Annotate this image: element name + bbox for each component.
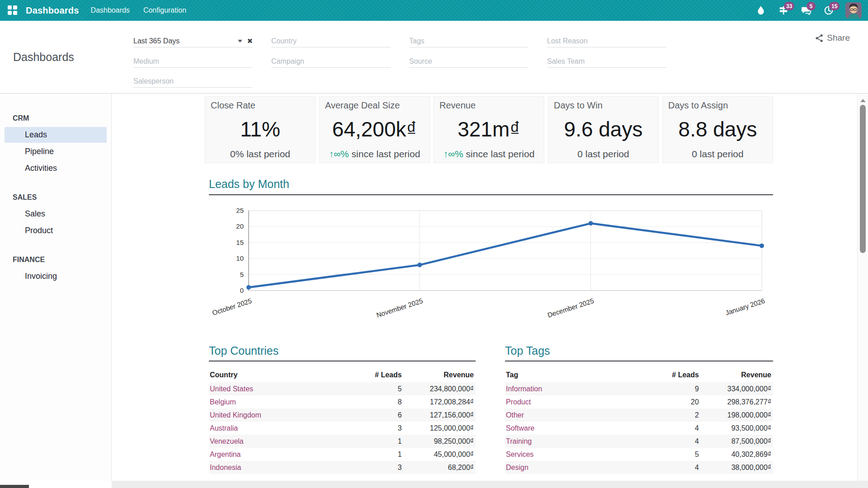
- kpi-subtitle: 0 last period: [668, 149, 767, 160]
- control-panel: Dashboards Last 365 Days ✖: [0, 21, 868, 94]
- sidebar-item-pipeline[interactable]: Pipeline: [5, 144, 107, 160]
- row-label-link[interactable]: Product: [505, 395, 652, 408]
- top-tags-table: Tag # Leads Revenue Information9334,000,…: [505, 369, 773, 474]
- vertical-scrollbar-thumb[interactable]: [860, 105, 866, 253]
- dashboard-page: Dashboards Dashboards Configuration 33 5…: [0, 0, 868, 488]
- kpi-title: Days to Assign: [668, 100, 767, 111]
- kpi-title: Revenue: [439, 100, 538, 111]
- page-title: Dashboards: [13, 51, 74, 64]
- caret-down-icon[interactable]: [238, 40, 242, 42]
- row-value: 125,000,000₫: [404, 422, 476, 435]
- row-label-link[interactable]: United Kingdom: [209, 408, 356, 422]
- country-filter: [271, 35, 391, 47]
- kpi-sub-text: 0% last period: [230, 149, 290, 159]
- activity-clock-icon[interactable]: 15: [823, 5, 835, 16]
- kpi-subtitle: 0 last period: [554, 149, 653, 160]
- menu-configuration[interactable]: Configuration: [143, 6, 186, 14]
- row-label-link[interactable]: Australia: [209, 422, 356, 435]
- clear-filter-icon[interactable]: ✖: [247, 37, 253, 45]
- horizontal-scrollbar-track[interactable]: [112, 481, 868, 488]
- date-filter-value[interactable]: Last 365 Days: [133, 37, 238, 45]
- row-label-link[interactable]: Venezuela: [209, 435, 356, 448]
- row-label-link[interactable]: Belgium: [209, 395, 356, 408]
- table-row: Other2198,000,000₫: [505, 408, 773, 422]
- table-header-row: Country # Leads Revenue: [209, 369, 476, 382]
- message-board-icon[interactable]: 33: [778, 5, 789, 16]
- table-row: Software493,500,000₫: [505, 422, 773, 435]
- row-label-link[interactable]: Information: [505, 382, 652, 395]
- kpi-days-to-win: Days to Win 9.6 days 0 last period: [548, 96, 659, 163]
- kpi-value: 8.8 days: [668, 117, 767, 141]
- share-icon: [815, 34, 824, 42]
- row-label-link[interactable]: Design: [505, 461, 652, 474]
- kpi-average-deal-size: Average Deal Size 64,200k₫ ↑∞% since las…: [319, 96, 430, 163]
- sidebar-item-invoicing[interactable]: Invoicing: [5, 268, 107, 284]
- droplet-icon[interactable]: [755, 5, 767, 16]
- table-row: Services540,302,869₫: [505, 448, 773, 461]
- sidebar-item-product[interactable]: Product: [5, 223, 107, 239]
- row-label-link[interactable]: Software: [505, 422, 652, 435]
- row-label-link[interactable]: Services: [505, 448, 652, 461]
- user-avatar[interactable]: [845, 2, 862, 19]
- source-filter: [409, 56, 528, 68]
- horizontal-scrollbar-thumb[interactable]: [0, 485, 29, 488]
- svg-text:October 2025: October 2025: [211, 297, 253, 317]
- top-countries-title: Top Countries: [209, 344, 476, 361]
- campaign-filter: [271, 56, 391, 68]
- date-filter-facet[interactable]: Last 365 Days ✖: [133, 35, 253, 47]
- sidebar-section-sales: SALES Sales Product: [0, 190, 111, 239]
- svg-text:0: 0: [240, 286, 244, 294]
- row-value: 2: [652, 408, 701, 422]
- kpi-value: 9.6 days: [554, 117, 653, 141]
- row-label-link[interactable]: United States: [209, 382, 356, 395]
- apps-grid-icon[interactable]: [8, 5, 18, 15]
- sidebar-item-leads[interactable]: Leads: [5, 127, 107, 143]
- table-row: United Kingdom6127,156,000₫: [209, 408, 476, 422]
- table-row: United States5234,800,000₫: [209, 382, 476, 395]
- top-tags-title: Top Tags: [505, 344, 773, 361]
- sidebar-section-label: SALES: [0, 190, 111, 205]
- row-label-link[interactable]: Argentina: [209, 448, 356, 461]
- svg-text:15: 15: [236, 239, 244, 246]
- row-value: 127,156,000₫: [404, 408, 476, 422]
- row-value: 20: [652, 395, 701, 408]
- medium-filter-input[interactable]: [133, 56, 253, 67]
- svg-text:5: 5: [240, 271, 244, 278]
- row-value: 38,000,000₫: [701, 461, 773, 474]
- row-label-link[interactable]: Training: [505, 435, 652, 448]
- source-filter-input[interactable]: [409, 56, 528, 67]
- row-label-link[interactable]: Other: [505, 408, 652, 422]
- table-row: Belgium8172,008,284₫: [209, 395, 476, 408]
- row-value: 1: [356, 448, 404, 461]
- vertical-scrollbar[interactable]: [857, 94, 868, 481]
- top-countries-table: Country # Leads Revenue United States523…: [209, 369, 476, 474]
- row-value: 6: [356, 408, 404, 422]
- top-navbar: Dashboards Dashboards Configuration 33 5…: [0, 0, 868, 21]
- sales-team-filter-input[interactable]: [547, 56, 666, 67]
- tags-filter: [409, 35, 528, 47]
- kpi-sub-text: 0 last period: [692, 149, 743, 159]
- row-label-link[interactable]: Indonesia: [209, 461, 356, 474]
- tags-filter-input[interactable]: [409, 35, 528, 47]
- scroll-up-arrow-icon[interactable]: [860, 99, 866, 102]
- menu-dashboards[interactable]: Dashboards: [91, 6, 130, 14]
- table-row: Argentina145,000,000₫: [209, 448, 476, 461]
- kpi-value: 64,200k₫: [325, 117, 424, 141]
- row-value: 172,008,284₫: [404, 395, 476, 408]
- row-value: 98,250,000₫: [404, 435, 476, 448]
- salesperson-filter-input[interactable]: [133, 75, 253, 87]
- chat-bubbles-icon[interactable]: 5: [800, 5, 812, 16]
- activity-badge: 15: [829, 2, 840, 10]
- dashboard-sidebar: CRM Leads Pipeline Activities SALES Sale…: [0, 94, 112, 481]
- sidebar-item-sales[interactable]: Sales: [5, 206, 107, 222]
- table-row: Indonesia368,200₫: [209, 461, 476, 474]
- share-button[interactable]: Share: [815, 33, 850, 43]
- lost-reason-filter-input[interactable]: [547, 35, 666, 47]
- campaign-filter-input[interactable]: [271, 56, 391, 67]
- table-row: Design438,000,000₫: [505, 461, 773, 474]
- row-value: 9: [652, 382, 701, 395]
- row-value: 68,200₫: [404, 461, 476, 474]
- country-filter-input[interactable]: [271, 35, 391, 47]
- kpi-close-rate: Close Rate 11% 0% last period: [205, 96, 316, 163]
- sidebar-item-activities[interactable]: Activities: [5, 160, 107, 176]
